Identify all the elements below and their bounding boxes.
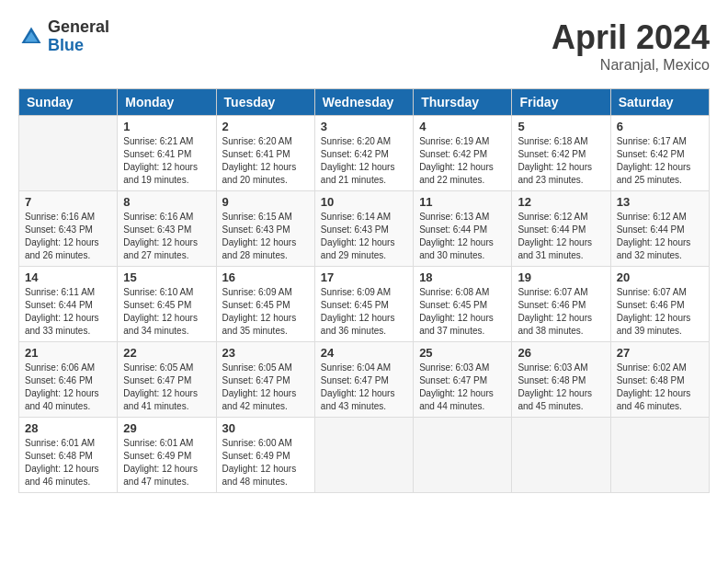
- day-header-sunday: Sunday: [19, 89, 118, 116]
- calendar-cell: 11Sunrise: 6:13 AM Sunset: 6:44 PM Dayli…: [414, 191, 512, 267]
- calendar-header: SundayMondayTuesdayWednesdayThursdayFrid…: [19, 89, 710, 116]
- calendar-cell: 8Sunrise: 6:16 AM Sunset: 6:43 PM Daylig…: [118, 191, 216, 267]
- day-info: Sunrise: 6:20 AM Sunset: 6:42 PM Dayligh…: [321, 135, 407, 187]
- calendar-cell: 30Sunrise: 6:00 AM Sunset: 6:49 PM Dayli…: [216, 418, 314, 493]
- day-info: Sunrise: 6:10 AM Sunset: 6:45 PM Dayligh…: [123, 286, 210, 338]
- day-info: Sunrise: 6:12 AM Sunset: 6:44 PM Dayligh…: [518, 211, 604, 262]
- calendar-cell: 22Sunrise: 6:05 AM Sunset: 6:47 PM Dayli…: [118, 342, 216, 418]
- day-number: 27: [617, 346, 703, 360]
- day-info: Sunrise: 6:09 AM Sunset: 6:45 PM Dayligh…: [321, 286, 407, 338]
- day-number: 13: [617, 195, 703, 209]
- day-number: 24: [321, 346, 407, 360]
- day-number: 15: [123, 270, 210, 284]
- calendar-cell: [19, 116, 118, 191]
- day-number: 1: [123, 120, 210, 133]
- day-header-wednesday: Wednesday: [314, 89, 413, 116]
- day-number: 16: [222, 270, 309, 284]
- day-number: 9: [222, 195, 309, 209]
- calendar-week-5: 28Sunrise: 6:01 AM Sunset: 6:48 PM Dayli…: [19, 418, 710, 493]
- logo-text: General Blue: [48, 18, 109, 55]
- calendar-cell: 19Sunrise: 6:07 AM Sunset: 6:46 PM Dayli…: [512, 267, 610, 342]
- day-number: 28: [25, 421, 111, 435]
- day-info: Sunrise: 6:03 AM Sunset: 6:48 PM Dayligh…: [518, 362, 604, 413]
- location: Naranjal, Mexico: [552, 57, 710, 74]
- day-number: 7: [25, 195, 111, 209]
- day-header-tuesday: Tuesday: [216, 89, 314, 116]
- day-number: 14: [25, 270, 111, 284]
- calendar-cell: 29Sunrise: 6:01 AM Sunset: 6:49 PM Dayli…: [118, 418, 216, 493]
- day-info: Sunrise: 6:06 AM Sunset: 6:46 PM Dayligh…: [25, 362, 111, 413]
- calendar-cell: 7Sunrise: 6:16 AM Sunset: 6:43 PM Daylig…: [19, 191, 118, 267]
- day-number: 23: [222, 346, 309, 360]
- day-header-monday: Monday: [118, 89, 216, 116]
- calendar-cell: [414, 418, 512, 493]
- day-number: 10: [321, 195, 407, 209]
- calendar-week-3: 14Sunrise: 6:11 AM Sunset: 6:44 PM Dayli…: [19, 267, 710, 342]
- day-info: Sunrise: 6:17 AM Sunset: 6:42 PM Dayligh…: [617, 135, 703, 187]
- day-number: 29: [123, 421, 210, 435]
- day-number: 3: [321, 120, 407, 133]
- calendar-cell: 6Sunrise: 6:17 AM Sunset: 6:42 PM Daylig…: [610, 116, 709, 191]
- day-number: 22: [123, 346, 210, 360]
- day-info: Sunrise: 6:09 AM Sunset: 6:45 PM Dayligh…: [222, 286, 309, 338]
- day-number: 19: [518, 270, 604, 284]
- day-info: Sunrise: 6:01 AM Sunset: 6:48 PM Dayligh…: [25, 437, 111, 488]
- day-number: 26: [518, 346, 604, 360]
- calendar-week-1: 1Sunrise: 6:21 AM Sunset: 6:41 PM Daylig…: [19, 116, 710, 191]
- calendar-cell: 21Sunrise: 6:06 AM Sunset: 6:46 PM Dayli…: [19, 342, 118, 418]
- day-number: 17: [321, 270, 407, 284]
- calendar-cell: 28Sunrise: 6:01 AM Sunset: 6:48 PM Dayli…: [19, 418, 118, 493]
- day-info: Sunrise: 6:15 AM Sunset: 6:43 PM Dayligh…: [222, 211, 309, 262]
- calendar-week-2: 7Sunrise: 6:16 AM Sunset: 6:43 PM Daylig…: [19, 191, 710, 267]
- calendar-cell: 17Sunrise: 6:09 AM Sunset: 6:45 PM Dayli…: [314, 267, 413, 342]
- day-info: Sunrise: 6:05 AM Sunset: 6:47 PM Dayligh…: [222, 362, 309, 413]
- day-number: 8: [123, 195, 210, 209]
- day-info: Sunrise: 6:00 AM Sunset: 6:49 PM Dayligh…: [222, 437, 309, 488]
- calendar-week-4: 21Sunrise: 6:06 AM Sunset: 6:46 PM Dayli…: [19, 342, 710, 418]
- day-info: Sunrise: 6:21 AM Sunset: 6:41 PM Dayligh…: [123, 135, 210, 187]
- day-info: Sunrise: 6:04 AM Sunset: 6:47 PM Dayligh…: [321, 362, 407, 413]
- calendar-cell: [314, 418, 413, 493]
- day-info: Sunrise: 6:14 AM Sunset: 6:43 PM Dayligh…: [321, 211, 407, 262]
- day-info: Sunrise: 6:08 AM Sunset: 6:45 PM Dayligh…: [419, 286, 506, 338]
- day-info: Sunrise: 6:12 AM Sunset: 6:44 PM Dayligh…: [617, 211, 703, 262]
- calendar-cell: 18Sunrise: 6:08 AM Sunset: 6:45 PM Dayli…: [414, 267, 512, 342]
- calendar-cell: 5Sunrise: 6:18 AM Sunset: 6:42 PM Daylig…: [512, 116, 610, 191]
- calendar-cell: 13Sunrise: 6:12 AM Sunset: 6:44 PM Dayli…: [610, 191, 709, 267]
- calendar-cell: 4Sunrise: 6:19 AM Sunset: 6:42 PM Daylig…: [414, 116, 512, 191]
- calendar-cell: 2Sunrise: 6:20 AM Sunset: 6:41 PM Daylig…: [216, 116, 314, 191]
- calendar-cell: [512, 418, 610, 493]
- title-area: April 2024 Naranjal, Mexico: [552, 18, 710, 74]
- calendar-cell: [610, 418, 709, 493]
- day-info: Sunrise: 6:03 AM Sunset: 6:47 PM Dayligh…: [419, 362, 506, 413]
- calendar-cell: 20Sunrise: 6:07 AM Sunset: 6:46 PM Dayli…: [610, 267, 709, 342]
- day-info: Sunrise: 6:01 AM Sunset: 6:49 PM Dayligh…: [123, 437, 210, 488]
- day-info: Sunrise: 6:05 AM Sunset: 6:47 PM Dayligh…: [123, 362, 210, 413]
- logo-icon: [18, 24, 44, 50]
- calendar-table: SundayMondayTuesdayWednesdayThursdayFrid…: [18, 88, 710, 493]
- day-header-friday: Friday: [512, 89, 610, 116]
- logo: General Blue: [18, 18, 109, 55]
- day-info: Sunrise: 6:07 AM Sunset: 6:46 PM Dayligh…: [617, 286, 703, 338]
- day-number: 4: [419, 120, 506, 133]
- day-info: Sunrise: 6:13 AM Sunset: 6:44 PM Dayligh…: [419, 211, 506, 262]
- logo-general: General: [48, 18, 109, 37]
- day-number: 21: [25, 346, 111, 360]
- day-number: 2: [222, 120, 309, 133]
- day-number: 30: [222, 421, 309, 435]
- calendar-cell: 25Sunrise: 6:03 AM Sunset: 6:47 PM Dayli…: [414, 342, 512, 418]
- day-number: 11: [419, 195, 506, 209]
- calendar-cell: 12Sunrise: 6:12 AM Sunset: 6:44 PM Dayli…: [512, 191, 610, 267]
- calendar-cell: 9Sunrise: 6:15 AM Sunset: 6:43 PM Daylig…: [216, 191, 314, 267]
- day-info: Sunrise: 6:02 AM Sunset: 6:48 PM Dayligh…: [617, 362, 703, 413]
- day-header-thursday: Thursday: [414, 89, 512, 116]
- day-number: 12: [518, 195, 604, 209]
- day-number: 5: [518, 120, 604, 133]
- day-info: Sunrise: 6:11 AM Sunset: 6:44 PM Dayligh…: [25, 286, 111, 338]
- calendar-cell: 27Sunrise: 6:02 AM Sunset: 6:48 PM Dayli…: [610, 342, 709, 418]
- calendar-cell: 1Sunrise: 6:21 AM Sunset: 6:41 PM Daylig…: [118, 116, 216, 191]
- calendar-cell: 14Sunrise: 6:11 AM Sunset: 6:44 PM Dayli…: [19, 267, 118, 342]
- calendar-cell: 3Sunrise: 6:20 AM Sunset: 6:42 PM Daylig…: [314, 116, 413, 191]
- calendar-cell: 23Sunrise: 6:05 AM Sunset: 6:47 PM Dayli…: [216, 342, 314, 418]
- day-info: Sunrise: 6:18 AM Sunset: 6:42 PM Dayligh…: [518, 135, 604, 187]
